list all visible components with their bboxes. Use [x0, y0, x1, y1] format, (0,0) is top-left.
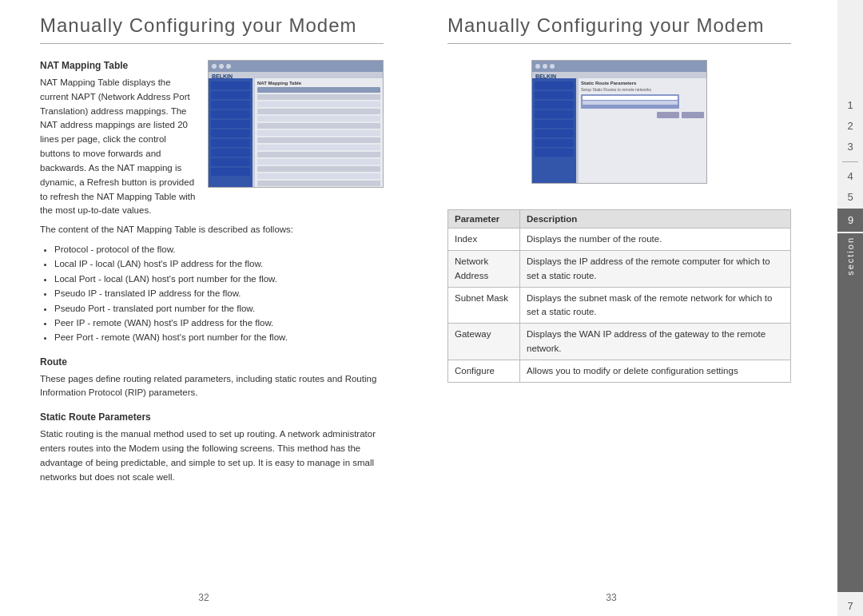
param-cell: Configure: [448, 360, 520, 382]
sidebar-section-text: section: [845, 236, 855, 276]
bullet-6: Peer IP - remote (WAN) host's IP address…: [54, 316, 384, 330]
sidebar-divider-1: [842, 161, 857, 162]
left-page-title: Manually Configuring your Modem: [40, 14, 384, 44]
bullet-3: Local Port - local (LAN) host's port num…: [54, 272, 384, 286]
table-header-desc: Description: [520, 210, 791, 229]
desc-cell: Displays the IP address of the remote co…: [520, 251, 791, 288]
desc-cell: Displays the subnet mask of the remote n…: [520, 287, 791, 324]
route-screenshot: BELKIN Static Route Parameters Setup Sta…: [531, 60, 707, 184]
sidebar: 1 2 3 4 5 6 section 7: [837, 0, 863, 616]
nat-intro: The content of the NAT Mapping Table is …: [40, 223, 384, 237]
desc-cell: Allows you to modify or delete configura…: [520, 360, 791, 382]
desc-cell: Displays the WAN IP address of the gatew…: [520, 324, 791, 360]
table-header-param: Parameter: [448, 210, 520, 229]
static-route-body: Static routing is the manual method used…: [40, 427, 384, 484]
table-row: ConfigureAllows you to modify or delete …: [448, 360, 791, 382]
bullet-2: Local IP - local (LAN) host's IP address…: [54, 256, 384, 271]
bullet-7: Peer Port - remote (WAN) host's port num…: [54, 330, 384, 344]
sidebar-num-1: 1: [837, 96, 863, 115]
nat-screenshot: BELKIN NAT Mapping Table: [208, 60, 384, 188]
page-right: Manually Configuring your Modem BELKIN: [408, 0, 815, 616]
route-screenshot-container: BELKIN Static Route Parameters Setup Sta…: [447, 60, 791, 197]
parameter-table: Parameter Description IndexDisplays the …: [447, 209, 791, 383]
sidebar-section-label: section: [837, 233, 863, 592]
right-page-title: Manually Configuring your Modem: [447, 14, 791, 44]
param-cell: Index: [448, 229, 520, 251]
table-row: Network AddressDisplays the IP address o…: [448, 251, 791, 288]
static-route-heading: Static Route Parameters: [40, 411, 384, 423]
bullet-4: Pseudo IP - translated IP address for th…: [54, 286, 384, 300]
right-page-number: 33: [606, 592, 616, 603]
sidebar-num-3: 3: [837, 137, 863, 157]
table-row: GatewayDisplays the WAN IP address of th…: [448, 324, 791, 360]
table-row: Subnet MaskDisplays the subnet mask of t…: [448, 287, 791, 324]
route-body: These pages define routing related param…: [40, 372, 384, 401]
bullet-5: Pseudo Port - translated port number for…: [54, 301, 384, 316]
table-row: IndexDisplays the number of the route.: [448, 229, 791, 251]
desc-cell: Displays the number of the route.: [520, 229, 791, 251]
sidebar-section-6: 6: [837, 209, 863, 232]
nat-section: BELKIN NAT Mapping Table: [40, 60, 384, 223]
sidebar-num-7: 7: [837, 597, 863, 616]
param-cell: Gateway: [448, 324, 520, 360]
sidebar-num-5: 5: [837, 188, 863, 207]
nat-bullet-list: Protocol - protocol of the flow. Local I…: [54, 242, 384, 345]
bullet-1: Protocol - protocol of the flow.: [54, 242, 384, 256]
left-page-number: 32: [198, 592, 209, 603]
param-cell: Subnet Mask: [448, 287, 520, 324]
sidebar-num-4: 4: [837, 167, 863, 186]
param-cell: Network Address: [448, 251, 520, 288]
page-left: Manually Configuring your Modem BELKIN: [0, 0, 408, 616]
sidebar-num-6: 6: [846, 212, 853, 229]
route-heading: Route: [40, 356, 384, 368]
sidebar-num-2: 2: [837, 117, 863, 136]
